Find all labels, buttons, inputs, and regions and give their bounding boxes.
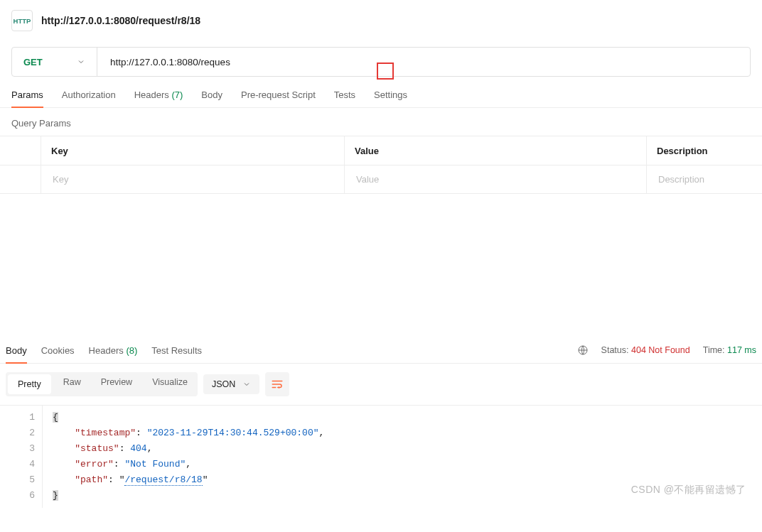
url-container: [97, 57, 750, 67]
line-number: 3: [0, 441, 35, 457]
view-mode-group: Pretty Raw Preview Visualize: [6, 372, 198, 396]
time-meta: Time: 117 ms: [703, 345, 756, 355]
time-value: 117 ms: [727, 345, 756, 355]
table-header-row: Key Value Description: [0, 136, 762, 165]
code-area[interactable]: { "timestamp": "2023-11-29T14:30:44.529+…: [43, 406, 328, 508]
status-value: 404 Not Found: [631, 345, 690, 355]
url-input[interactable]: [97, 57, 243, 67]
resp-tab-test-results[interactable]: Test Results: [151, 345, 202, 363]
tab-authorization[interactable]: Authorization: [62, 89, 116, 107]
wrap-icon: [271, 378, 284, 391]
value-input[interactable]: [355, 173, 636, 185]
json-value: "2023-11-29T14:30:44.529+00:00": [147, 428, 319, 438]
line-number: 6: [0, 488, 35, 504]
json-key: "path": [75, 474, 108, 485]
response-tabs: Body Cookies Headers (8) Test Results: [6, 345, 202, 363]
json-key: "error": [75, 459, 114, 469]
tab-params[interactable]: Params: [11, 89, 43, 107]
format-select[interactable]: JSON: [203, 374, 259, 394]
json-value: "Not Found": [124, 459, 186, 469]
json-path-value: /request/r8/18: [124, 474, 202, 486]
query-params-table: Key Value Description: [0, 136, 762, 194]
resp-tab-cookies[interactable]: Cookies: [41, 345, 75, 363]
response-tabs-row: Body Cookies Headers (8) Test Results St…: [0, 336, 762, 364]
tab-headers-label: Headers: [134, 89, 169, 100]
query-params-label: Query Params: [0, 108, 762, 136]
table-header-description: Description: [647, 136, 762, 165]
table-row: [0, 165, 762, 193]
response-body: 1 2 3 4 5 6 { "timestamp": "2023-11-29T1…: [0, 406, 762, 508]
table-header-key: Key: [41, 136, 345, 165]
view-pretty[interactable]: Pretty: [8, 374, 51, 394]
tab-settings[interactable]: Settings: [374, 89, 407, 107]
brace-open: {: [53, 412, 58, 423]
chevron-down-icon: [77, 58, 85, 66]
body-toolbar: Pretty Raw Preview Visualize JSON: [0, 364, 762, 406]
resp-tab-headers-label: Headers: [89, 345, 124, 356]
json-key: "timestamp": [75, 428, 136, 438]
request-tabs: Params Authorization Headers (7) Body Pr…: [0, 77, 762, 108]
time-label: Time:: [703, 345, 725, 355]
resp-tab-headers-count: (8): [126, 345, 137, 356]
status-label: Status:: [601, 345, 629, 355]
view-preview[interactable]: Preview: [91, 372, 142, 396]
spacer: [0, 194, 762, 336]
key-input[interactable]: [51, 173, 334, 185]
row-handle: [0, 165, 41, 193]
globe-icon[interactable]: [577, 344, 589, 356]
request-title: http://127.0.0.1:8080/request/r8/18: [41, 15, 200, 26]
response-meta: Status: 404 Not Found Time: 117 ms: [577, 344, 756, 363]
brace-close: }: [53, 490, 58, 501]
view-visualize[interactable]: Visualize: [142, 372, 198, 396]
format-label: JSON: [212, 379, 235, 389]
chevron-down-icon: [242, 380, 251, 389]
tab-prerequest[interactable]: Pre-request Script: [241, 89, 316, 107]
line-number: 1: [0, 410, 35, 425]
title-row: HTTP http://127.0.0.1:8080/request/r8/18: [0, 0, 762, 38]
view-raw[interactable]: Raw: [53, 372, 91, 396]
table-header-handle: [0, 136, 41, 165]
json-value: 404: [130, 443, 146, 454]
tab-headers[interactable]: Headers (7): [134, 89, 183, 107]
http-badge-text: HTTP: [14, 17, 31, 25]
tab-headers-count: (7): [171, 89, 183, 100]
status-meta: Status: 404 Not Found: [601, 345, 690, 355]
table-header-value: Value: [345, 136, 647, 165]
resp-tab-headers[interactable]: Headers (8): [89, 345, 138, 363]
line-number: 4: [0, 457, 35, 472]
json-key: "status": [75, 443, 119, 454]
method-label: GET: [23, 57, 43, 67]
http-badge-icon: HTTP: [11, 10, 33, 31]
line-gutter: 1 2 3 4 5 6: [0, 406, 43, 508]
request-bar: GET: [11, 47, 751, 77]
line-number: 2: [0, 425, 35, 441]
tab-body[interactable]: Body: [201, 89, 222, 107]
tab-tests[interactable]: Tests: [334, 89, 355, 107]
description-input[interactable]: [657, 173, 752, 185]
wrap-lines-button[interactable]: [265, 372, 289, 396]
method-select[interactable]: GET: [12, 48, 97, 76]
resp-tab-body[interactable]: Body: [6, 345, 27, 363]
line-number: 5: [0, 472, 35, 488]
